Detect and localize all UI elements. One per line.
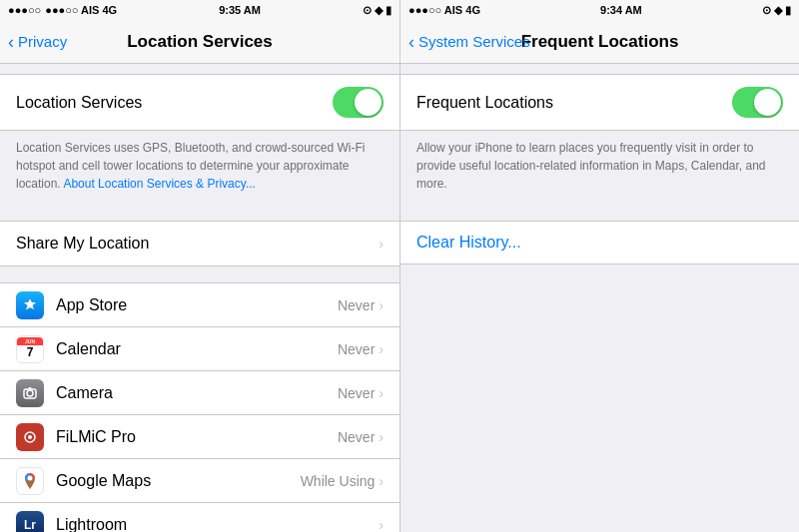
chevron-right-icon: › [379, 297, 384, 313]
panel-location-services: ●●●○○ ●●●○○ AIS 4G 9:35 AM ⊙ ◆ ▮ ‹ Priva… [0, 0, 400, 532]
list-item[interactable]: Lr Lightroom › [0, 503, 400, 532]
app-icon-filmic [16, 423, 44, 451]
location-services-description: Location Services uses GPS, Bluetooth, a… [0, 131, 400, 205]
frequent-locations-description: Allow your iPhone to learn places you fr… [400, 131, 799, 205]
nav-bar-location: ‹ Privacy Location Services [0, 20, 400, 64]
app-status-filmic: Never [338, 429, 375, 445]
app-status-googlemaps: While Using [301, 473, 376, 489]
app-name-appstore: App Store [56, 296, 127, 314]
list-item[interactable]: JUN 7 Calendar Never › [0, 327, 400, 371]
app-name-lightroom: Lightroom [56, 516, 127, 533]
chevron-right-icon: › [379, 385, 384, 401]
status-bar-right: ●●●○○ AIS 4G 9:34 AM ⊙ ◆ ▮ [400, 0, 799, 20]
app-status-calendar: Never [338, 341, 375, 357]
frequent-locations-section: Frequent Locations Allow your iPhone to … [400, 74, 799, 205]
status-bar-left: ●●●○○ ●●●○○ AIS 4G 9:35 AM ⊙ ◆ ▮ [0, 0, 400, 20]
chevron-right-icon: › [379, 429, 384, 445]
app-status-camera: Never [338, 385, 375, 401]
chevron-right-icon: › [379, 236, 384, 252]
list-item[interactable]: FiLMiC Pro Never › [0, 415, 400, 459]
svg-point-3 [28, 435, 32, 439]
chevron-right-icon: › [379, 473, 384, 489]
chevron-right-icon: › [379, 517, 384, 533]
clear-history-row[interactable]: Clear History... [400, 221, 799, 265]
apps-section: App Store Never › JUN 7 [0, 282, 400, 532]
list-item[interactable]: Camera Never › [0, 371, 400, 415]
frequent-locations-label: Frequent Locations [416, 94, 553, 112]
app-icon-camera [16, 379, 44, 407]
location-services-content: Location Services Location Services uses… [0, 64, 400, 532]
clear-history-label: Clear History... [416, 234, 521, 252]
chevron-right-icon: › [379, 341, 384, 357]
back-button-privacy[interactable]: ‹ Privacy [8, 33, 67, 51]
battery-icon: ⊙ ◆ ▮ [762, 4, 791, 17]
toggle-knob [355, 89, 382, 116]
privacy-link[interactable]: About Location Services & Privacy... [63, 177, 256, 191]
battery-icon: ⊙ ◆ ▮ [363, 4, 392, 17]
app-icon-calendar: JUN 7 [16, 335, 44, 363]
time-label: 9:35 AM [219, 4, 261, 16]
app-icon-lightroom: Lr [16, 511, 44, 533]
share-my-location-row[interactable]: Share My Location › [0, 222, 400, 266]
frequent-locations-toggle[interactable] [732, 87, 783, 118]
share-my-location-label: Share My Location [16, 235, 149, 253]
location-services-label: Location Services [16, 94, 142, 112]
list-item[interactable]: Google Maps While Using › [0, 459, 400, 503]
toggle-knob [754, 89, 781, 116]
location-services-toggle[interactable] [333, 87, 384, 118]
frequent-locations-toggle-row[interactable]: Frequent Locations [400, 74, 799, 131]
location-services-toggle-row[interactable]: Location Services [0, 74, 400, 131]
time-label: 9:34 AM [600, 4, 642, 16]
back-chevron-icon: ‹ [408, 33, 414, 51]
signal-icon: ●●●○○ AIS 4G [408, 4, 480, 16]
frequent-locations-content: Frequent Locations Allow your iPhone to … [400, 64, 799, 532]
nav-title-location: Location Services [127, 32, 273, 52]
panel-frequent-locations: ●●●○○ AIS 4G 9:34 AM ⊙ ◆ ▮ ‹ System Serv… [400, 0, 799, 532]
app-status-appstore: Never [338, 297, 375, 313]
clear-history-section: Clear History... [400, 221, 799, 265]
app-icon-gmaps [16, 467, 44, 495]
location-services-section: Location Services Location Services uses… [0, 74, 400, 205]
app-name-filmic: FiLMiC Pro [56, 428, 136, 446]
app-name-calendar: Calendar [56, 340, 121, 358]
app-name-camera: Camera [56, 384, 113, 402]
app-icon-appstore [16, 291, 44, 319]
svg-point-4 [28, 475, 33, 480]
list-item[interactable]: App Store Never › [0, 283, 400, 327]
share-location-section: Share My Location › [0, 221, 400, 266]
svg-point-0 [27, 390, 33, 396]
nav-bar-frequent: ‹ System Services Frequent Locations [400, 20, 799, 64]
app-name-googlemaps: Google Maps [56, 472, 151, 490]
back-label-system: System Services [418, 33, 530, 50]
signal-icon: ●●●○○ [8, 4, 41, 16]
back-chevron-icon: ‹ [8, 33, 14, 51]
back-button-system-services[interactable]: ‹ System Services [408, 33, 530, 51]
carrier-label: ●●●○○ AIS 4G [45, 4, 117, 16]
nav-title-frequent: Frequent Locations [521, 32, 679, 52]
back-label-privacy: Privacy [18, 33, 67, 50]
